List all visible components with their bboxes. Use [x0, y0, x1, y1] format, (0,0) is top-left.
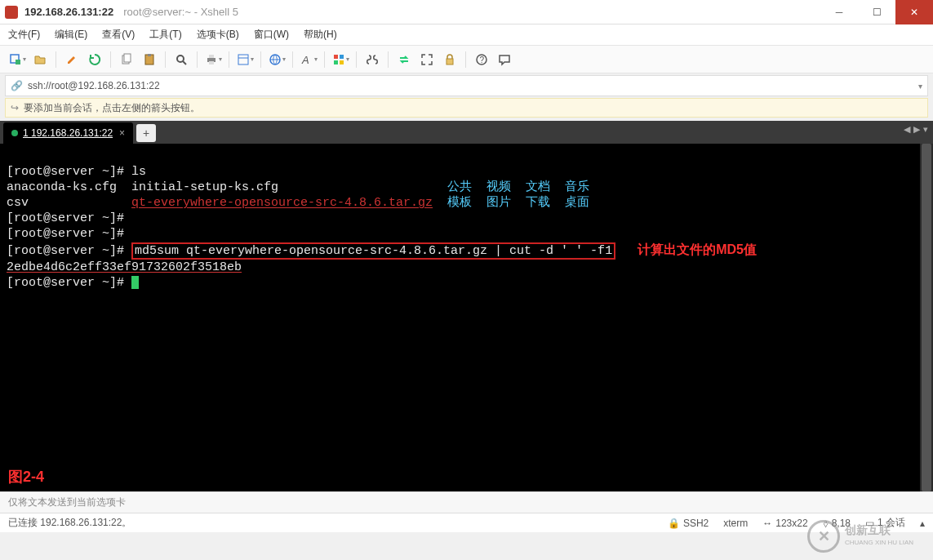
fullscreen-button[interactable]	[416, 49, 438, 70]
separator	[292, 51, 293, 68]
svg-rect-3	[124, 54, 131, 62]
open-session-button[interactable]	[29, 49, 51, 70]
dir-docs: 文档	[526, 180, 550, 194]
menu-help[interactable]: 帮助(H)	[304, 28, 337, 42]
session-icon: ▭	[865, 518, 874, 529]
dir-pics: 图片	[486, 196, 511, 210]
input-hint-text: 仅将文本发送到当前选项卡	[8, 496, 126, 509]
md5-output: 2edbe4d6c2eff33ef91732602f3518eb	[7, 260, 242, 274]
prompt: [root@server ~]#	[7, 244, 131, 258]
terminal[interactable]: [root@server ~]# ls anaconda-ks.cfg init…	[0, 144, 933, 491]
file-qt-tar: qt-everywhere-opensource-src-4.8.6.tar.g…	[131, 196, 433, 210]
status-bar: 已连接 192.168.26.131:22。 🔒SSH2 xterm ↔123x…	[0, 513, 933, 532]
session-tab[interactable]: 1 192.168.26.131:22 ×	[3, 122, 133, 144]
svg-rect-15	[334, 55, 338, 59]
annotation: 计算出文件的MD5值	[638, 242, 757, 256]
caret-icon: ⎀	[823, 518, 829, 529]
separator	[56, 51, 56, 68]
address-text: ssh://root@192.168.26.131:22	[28, 80, 160, 91]
svg-rect-18	[340, 60, 344, 64]
arrow-icon: ↪	[11, 102, 19, 113]
reconnect-button[interactable]	[84, 49, 105, 70]
status-dot-icon	[11, 130, 18, 136]
file-anaconda: anaconda-ks.cfg	[7, 180, 117, 194]
address-dropdown-icon[interactable]: ▾	[918, 82, 922, 91]
figure-label: 图2-4	[8, 469, 44, 485]
hint-bar: ↪ 要添加当前会话，点击左侧的箭头按钮。	[5, 98, 928, 118]
dir-video: 视频	[486, 180, 511, 194]
chat-button[interactable]	[494, 49, 515, 70]
dir-desktop: 桌面	[565, 196, 589, 210]
toolbar: A ?	[0, 46, 933, 73]
transfer-button[interactable]	[393, 49, 415, 70]
close-button[interactable]: ✕	[895, 0, 933, 24]
status-pos: 8,18	[832, 518, 851, 529]
prompt: [root@server ~]#	[7, 227, 131, 241]
link-icon: 🔗	[11, 80, 23, 91]
new-tab-button[interactable]: +	[136, 124, 156, 142]
color-button[interactable]	[330, 49, 351, 70]
separator	[197, 51, 198, 68]
help-button[interactable]: ?	[471, 49, 492, 70]
properties-button[interactable]	[234, 49, 255, 70]
maximize-button[interactable]: ☐	[858, 0, 895, 24]
menu-tabs[interactable]: 选项卡(B)	[197, 28, 239, 42]
tab-menu-icon[interactable]: ▾	[923, 124, 928, 135]
dir-dl: 下载	[526, 196, 550, 210]
minimize-button[interactable]: ─	[820, 0, 858, 24]
title-ip: 192.168.26.131:22	[24, 6, 113, 18]
svg-rect-16	[340, 55, 344, 59]
find-button[interactable]	[171, 49, 192, 70]
svg-rect-10	[209, 61, 214, 64]
script-button[interactable]	[362, 49, 383, 70]
terminal-scrollbar[interactable]	[920, 144, 933, 491]
prompt: [root@server ~]#	[7, 276, 131, 290]
titlebar: 192.168.26.131:22 root@server:~ - Xshell…	[0, 0, 933, 24]
separator	[260, 51, 261, 68]
lock-icon: 🔒	[668, 518, 680, 529]
status-term: xterm	[723, 518, 748, 529]
tab-strip: 1 192.168.26.131:22 × + ◀ ▶ ▾	[0, 121, 933, 144]
edit-button[interactable]	[61, 49, 82, 70]
tab-prev-icon[interactable]: ◀	[904, 124, 910, 135]
menu-view[interactable]: 查看(V)	[102, 28, 135, 42]
status-sessions: 1 会话	[877, 516, 905, 530]
copy-button[interactable]	[116, 49, 137, 70]
tab-close-icon[interactable]: ×	[119, 127, 125, 139]
paste-button[interactable]	[139, 49, 160, 70]
tray-up-icon[interactable]: ▴	[920, 518, 925, 529]
menu-tools[interactable]: 工具(T)	[149, 28, 181, 42]
svg-rect-11	[238, 55, 248, 64]
title-rest: root@server:~ - Xshell 5	[123, 6, 238, 18]
scrollbar-thumb[interactable]	[922, 144, 931, 491]
new-session-button[interactable]	[7, 49, 28, 70]
svg-rect-5	[148, 54, 151, 56]
svg-line-7	[183, 61, 186, 64]
status-size: 123x22	[775, 518, 807, 529]
separator	[465, 51, 466, 68]
watermark-line2: CHUANG XIN HU LIAN	[845, 536, 913, 549]
prompt: [root@server ~]#	[7, 211, 131, 225]
print-button[interactable]	[202, 49, 224, 70]
input-hint-bar[interactable]: 仅将文本发送到当前选项卡	[0, 491, 933, 513]
separator	[110, 51, 111, 68]
svg-rect-17	[334, 60, 338, 64]
separator	[356, 51, 357, 68]
menu-window[interactable]: 窗口(W)	[254, 28, 289, 42]
file-csv: csv	[7, 196, 29, 210]
lock-button[interactable]	[439, 49, 460, 70]
font-button[interactable]: A	[298, 49, 319, 70]
window-controls: ─ ☐ ✕	[820, 0, 933, 24]
svg-rect-9	[209, 55, 214, 58]
menu-edit[interactable]: 编辑(E)	[55, 28, 87, 42]
separator	[324, 51, 325, 68]
dir-template: 模板	[447, 196, 472, 210]
address-bar[interactable]: 🔗 ssh://root@192.168.26.131:22 ▾	[5, 75, 928, 96]
status-ssh: SSH2	[683, 518, 709, 529]
tab-next-icon[interactable]: ▶	[913, 124, 920, 135]
svg-rect-1	[16, 60, 20, 64]
globe-button[interactable]	[266, 49, 287, 70]
hint-text: 要添加当前会话，点击左侧的箭头按钮。	[24, 101, 200, 115]
menu-file[interactable]: 文件(F)	[8, 28, 40, 42]
resize-icon: ↔	[762, 518, 772, 529]
